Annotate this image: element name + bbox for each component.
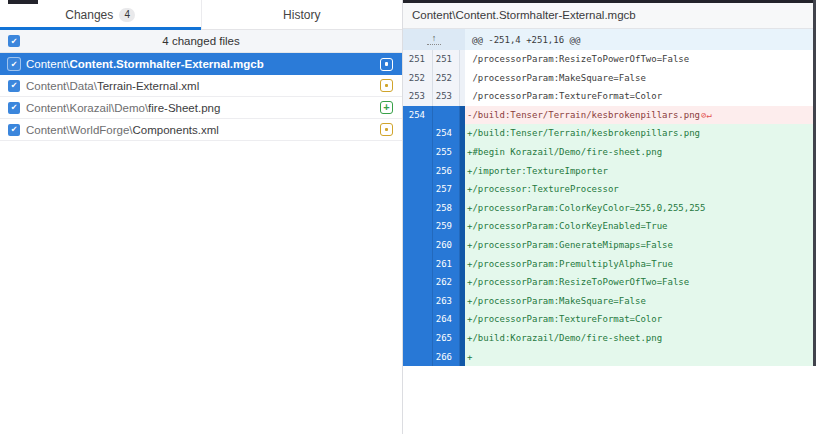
code-line: +/build:Tenser/Terrain/kesbrokenpillars.… <box>465 124 816 143</box>
file-checkbox[interactable]: ✔ <box>8 102 20 114</box>
changed-files-summary[interactable]: ✔ 4 changed files <box>0 30 402 53</box>
file-name: Terrain-External.xml <box>97 80 199 92</box>
modified-status-icon <box>380 123 393 136</box>
new-line-number: 255 <box>433 143 460 162</box>
old-line-number <box>403 292 433 311</box>
eol-markers-icon: ⊘↵ <box>700 110 712 120</box>
eol-markers-icon <box>619 184 620 194</box>
new-line-number: 252 <box>433 69 460 88</box>
old-line-number <box>403 329 433 348</box>
code-line: + <box>465 348 816 367</box>
code-line: +/processorParam:ColorKeyColor=255,0,255… <box>465 199 816 218</box>
tab-history[interactable]: History <box>201 0 403 29</box>
hunk-header: @@ -251,4 +251,16 @@ <box>465 29 816 50</box>
diff-line: 264 +/processorParam:TextureFormat=Color <box>403 310 816 329</box>
expand-up-icon[interactable]: ↑ <box>427 34 442 45</box>
modified-status-icon <box>380 58 393 71</box>
code-line: /processorParam:ResizeToPowerOfTwo=False <box>465 50 816 69</box>
file-name: Components.xml <box>133 124 219 136</box>
code-text: /processorParam:ResizeToPowerOfTwo=False <box>467 54 689 64</box>
old-line-number <box>403 310 433 329</box>
new-line-number: 263 <box>433 292 460 311</box>
old-line-number <box>403 162 433 181</box>
added-status-icon <box>380 101 393 114</box>
changed-files-count: 4 changed files <box>0 30 402 52</box>
code-text: /processorParam:TextureFormat=Color <box>467 91 662 101</box>
file-row[interactable]: ✔ Content\Korazail\Demo\fire-Sheet.png <box>0 97 402 119</box>
eol-markers-icon <box>667 221 668 231</box>
eol-markers-icon <box>662 314 663 324</box>
tab-changes[interactable]: Changes 4 <box>0 0 201 29</box>
code-text: +/processorParam:ColorKeyEnabled=True <box>467 221 667 231</box>
code-line: +/processorParam:PremultiplyAlpha=True <box>465 255 816 274</box>
file-checkbox[interactable]: ✔ <box>8 58 20 70</box>
diff-line: 259 +/processorParam:ColorKeyEnabled=Tru… <box>403 217 816 236</box>
diff-file-name: Content\Content.Stormhalter-External.mgc… <box>412 9 636 21</box>
file-directory: Content\Data\ <box>26 80 97 92</box>
code-line: +/processorParam:ColorKeyEnabled=True <box>465 217 816 236</box>
tab-changes-label: Changes <box>65 8 113 22</box>
code-line: +/processorParam:TextureFormat=Color <box>465 310 816 329</box>
changes-count-badge: 4 <box>119 8 135 22</box>
file-row[interactable]: ✔ Content\WorldForge\Components.xml <box>0 119 402 141</box>
file-path: Content\Korazail\Demo\fire-Sheet.png <box>26 102 220 114</box>
eol-markers-icon <box>608 166 609 176</box>
code-text: +/processorParam:PremultiplyAlpha=True <box>467 259 673 269</box>
new-line-number: 265 <box>433 329 460 348</box>
old-line-number: 251 <box>403 50 433 69</box>
code-line: +/processorParam:ResizeToPowerOfTwo=Fals… <box>465 273 816 292</box>
modified-status-icon <box>380 79 393 92</box>
old-line-number <box>403 255 433 274</box>
new-line-number: 258 <box>433 199 460 218</box>
diff-line: 256 +/importer:TextureImporter <box>403 162 816 181</box>
file-row[interactable]: ✔ Content\Content.Stormhalter-External.m… <box>0 53 402 75</box>
old-line-number <box>403 143 433 162</box>
eol-markers-icon <box>646 73 647 83</box>
diff-line: 254 +/build:Tenser/Terrain/kesbrokenpill… <box>403 124 816 143</box>
code-line: +#begin Korazail/Demo/fire-sheet.png <box>465 143 816 162</box>
file-row[interactable]: ✔ Content\Data\Terrain-External.xml <box>0 75 402 97</box>
code-text: +/processorParam:ResizeToPowerOfTwo=Fals… <box>467 277 689 287</box>
new-line-number: 262 <box>433 273 460 292</box>
diff-line: 260 +/processorParam:GenerateMipmaps=Fal… <box>403 236 816 255</box>
eol-markers-icon <box>662 147 663 157</box>
new-line-number: 253 <box>433 87 460 106</box>
diff-line: 255 +#begin Korazail/Demo/fire-sheet.png <box>403 143 816 162</box>
file-path: Content\WorldForge\Components.xml <box>26 124 219 136</box>
old-line-number: 252 <box>403 69 433 88</box>
new-line-number: 260 <box>433 236 460 255</box>
new-line-number <box>433 106 460 125</box>
diff-line: 261 +/processorParam:PremultiplyAlpha=Tr… <box>403 255 816 274</box>
diff-file-header: Content\Content.Stormhalter-External.mgc… <box>403 3 816 30</box>
file-checkbox[interactable]: ✔ <box>8 80 20 92</box>
file-directory: Content\WorldForge\ <box>26 124 133 136</box>
code-line: +/processorParam:GenerateMipmaps=False <box>465 236 816 255</box>
code-text: +/processorParam:MakeSquare=False <box>467 296 646 306</box>
diff-line: 263 +/processorParam:MakeSquare=False <box>403 292 816 311</box>
eol-markers-icon <box>689 277 690 287</box>
old-line-number <box>403 273 433 292</box>
old-line-number <box>403 348 433 367</box>
code-text: +#begin Korazail/Demo/fire-sheet.png <box>467 147 662 157</box>
scrollbar-strip[interactable] <box>813 0 816 366</box>
code-text: +/processor:TextureProcessor <box>467 184 619 194</box>
new-line-number: 257 <box>433 180 460 199</box>
eol-markers-icon <box>689 54 690 64</box>
select-all-checkbox[interactable]: ✔ <box>8 35 20 47</box>
eol-markers-icon <box>646 296 647 306</box>
code-text: /processorParam:MakeSquare=False <box>467 73 646 83</box>
tab-history-label: History <box>283 8 320 22</box>
tab-bar: Changes 4 History <box>0 0 402 30</box>
code-text: +/importer:TextureImporter <box>467 166 608 176</box>
new-line-number: 261 <box>433 255 460 274</box>
expand-hunk-button[interactable]: ↑ <box>403 29 465 50</box>
file-path: Content\Content.Stormhalter-External.mgc… <box>26 58 264 70</box>
file-directory: Content\Korazail\Demo\ <box>26 102 148 114</box>
diff-line: 254 -/build:Tenser/Terrain/kesbrokenpill… <box>403 106 816 125</box>
old-line-number <box>403 217 433 236</box>
eol-markers-icon <box>705 203 706 213</box>
file-checkbox[interactable]: ✔ <box>8 124 20 136</box>
eol-markers-icon <box>662 91 663 101</box>
code-line: /processorParam:MakeSquare=False <box>465 69 816 88</box>
code-line: /processorParam:TextureFormat=Color <box>465 87 816 106</box>
